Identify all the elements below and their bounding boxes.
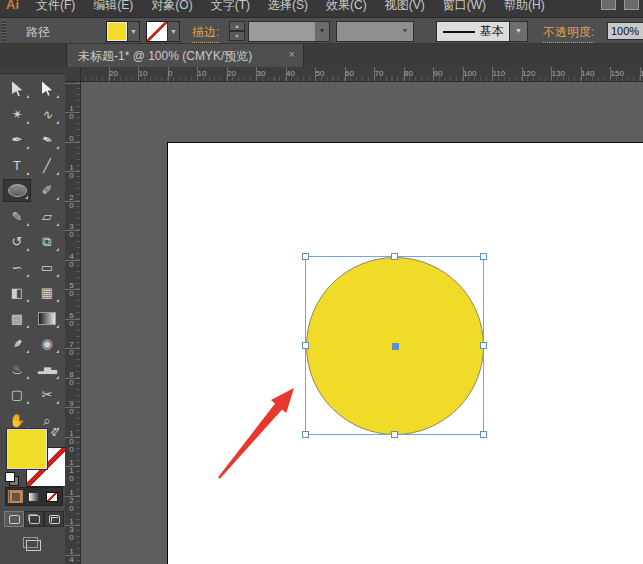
stroke-weight-dropdown-arrow-icon[interactable]: ▼ — [315, 22, 329, 41]
width-tool-icon: ∽ — [12, 261, 23, 274]
eyedropper-tool-button[interactable]: ✒ — [3, 332, 31, 355]
symbol-sprayer-tool-button[interactable]: ♨ — [3, 358, 31, 381]
width-tool-button[interactable]: ∽ — [3, 256, 31, 279]
rotate-tool-button[interactable]: ↺ — [3, 230, 31, 253]
selection-bounding-box — [305, 256, 484, 435]
selection-handle[interactable] — [391, 253, 398, 260]
shape-center-point[interactable] — [392, 343, 399, 350]
ruler-label: 140 — [581, 69, 594, 78]
stroke-weight-label[interactable]: 描边: — [192, 24, 219, 43]
tools-panel-header[interactable] — [0, 67, 65, 74]
opacity-label[interactable]: 不透明度: — [543, 24, 594, 43]
stroke-color-swatch[interactable] — [146, 21, 168, 42]
paintbrush-tool-icon: ✐ — [42, 184, 53, 197]
pencil-tool-button[interactable]: ✎ — [3, 205, 31, 228]
direct-selection-tool-button[interactable] — [33, 77, 61, 100]
artboard-tool-button[interactable]: ▢ — [3, 383, 31, 406]
panel-grip[interactable] — [1, 20, 6, 41]
brush-dropdown-arrow-icon[interactable]: ▼ — [399, 22, 411, 41]
ruler-label: 20 — [227, 69, 236, 78]
ruler-label: 90 — [434, 69, 443, 78]
paintbrush-tool-button[interactable]: ✐ — [33, 179, 61, 202]
shape-builder-tool-button[interactable]: ◧ — [3, 281, 31, 304]
magic-wand-tool-button[interactable]: ✶ — [3, 103, 31, 126]
line-segment-tool-button[interactable]: ╱ — [33, 154, 61, 177]
none-button[interactable] — [44, 490, 59, 503]
blend-tool-button[interactable]: ◉ — [33, 332, 61, 355]
lasso-tool-button[interactable]: ∿ — [33, 103, 61, 126]
draw-behind-button[interactable] — [24, 511, 44, 527]
stroke-weight-dropdown[interactable]: ▼ — [248, 21, 330, 42]
selection-handle[interactable] — [391, 431, 398, 438]
graphic-style-dropdown[interactable]: 基本 ▼ — [436, 21, 528, 42]
tab-close-icon[interactable]: × — [289, 48, 295, 60]
gradient-tool-button[interactable] — [33, 307, 61, 330]
free-transform-tool-button[interactable]: ▭ — [33, 256, 61, 279]
menu-item[interactable]: 帮助(H) — [495, 0, 554, 14]
fill-color-swatch[interactable] — [106, 21, 128, 42]
draw-normal-button[interactable] — [4, 511, 24, 527]
menu-item[interactable]: 选择(S) — [259, 0, 317, 14]
pen-tool-button[interactable]: ✒ — [3, 128, 31, 151]
menu-item[interactable]: 视图(V) — [376, 0, 434, 14]
ruler-label: 90 — [68, 400, 75, 416]
mesh-tool-button[interactable]: ▩ — [3, 307, 31, 330]
column-graph-tool-button[interactable]: ▂▅▃ — [33, 358, 61, 381]
stroke-weight-stepper[interactable]: ▲ ▼ — [229, 21, 245, 42]
color-button[interactable] — [8, 490, 23, 503]
selection-handle[interactable] — [302, 431, 309, 438]
selection-handle[interactable] — [480, 253, 487, 260]
selection-handle[interactable] — [480, 342, 487, 349]
ruler-label: 130 — [68, 518, 75, 542]
type-tool-button[interactable]: T — [3, 154, 31, 177]
opacity-input[interactable]: 100% — [607, 22, 643, 40]
stepper-down-icon[interactable]: ▼ — [229, 31, 245, 41]
hand-tool-icon: ✋ — [9, 414, 25, 427]
app-logo: Ai — [0, 0, 27, 12]
fill-dropdown-arrow-icon[interactable]: ▼ — [127, 21, 140, 42]
menu-item[interactable]: 文件(F) — [27, 0, 84, 14]
selection-tool-button[interactable] — [3, 77, 31, 100]
ruler-label: 10 — [139, 69, 148, 78]
ruler-label: 80 — [404, 69, 413, 78]
curvature-tool-icon: ✒ — [40, 131, 55, 147]
pencil-tool-icon: ✎ — [12, 210, 23, 223]
minimize-icon[interactable] — [601, 0, 616, 10]
curvature-tool-button[interactable]: ✒ — [33, 128, 61, 151]
ellipse-tool-button[interactable] — [3, 179, 31, 202]
type-tool-icon: T — [13, 159, 21, 172]
restore-icon[interactable] — [624, 0, 639, 10]
menu-item[interactable]: 窗口(W) — [434, 0, 495, 14]
canvas-area[interactable] — [81, 82, 643, 564]
draw-normal-icon — [9, 515, 20, 524]
menu-item[interactable]: 编辑(E) — [84, 0, 142, 14]
style-dropdown-arrow-icon[interactable]: ▼ — [509, 22, 527, 41]
selection-handle[interactable] — [302, 253, 309, 260]
fill-swatch[interactable] — [7, 429, 47, 469]
menu-item[interactable]: 效果(C) — [317, 0, 376, 14]
slice-tool-button[interactable]: ✂ — [33, 383, 61, 406]
screen-mode-button[interactable] — [19, 535, 47, 555]
gradient-button[interactable] — [26, 490, 41, 503]
selection-type-label: 路径 — [26, 24, 50, 41]
scale-tool-button[interactable]: ⧉ — [33, 230, 61, 253]
color-icon — [10, 491, 22, 503]
ruler-horizontal: 2010010203040506070809010011012013014015… — [65, 67, 643, 82]
scale-tool-icon: ⧉ — [42, 235, 51, 248]
selection-handle[interactable] — [480, 431, 487, 438]
mini-fill-swatch — [5, 472, 15, 482]
menu-item[interactable]: 对象(O) — [142, 0, 201, 14]
default-fill-stroke-icon[interactable] — [5, 472, 19, 486]
perspective-grid-tool-icon: ▦ — [41, 286, 53, 299]
eraser-tool-button[interactable]: ▱ — [33, 205, 61, 228]
document-tab[interactable]: 未标题-1* @ 100% (CMYK/预览) × — [66, 44, 304, 67]
brush-definition-dropdown[interactable]: ▼ — [336, 21, 414, 42]
stroke-dropdown-arrow-icon[interactable]: ▼ — [167, 21, 180, 42]
ruler-label: 100 — [68, 430, 75, 454]
draw-inside-button[interactable] — [44, 511, 64, 527]
perspective-grid-tool-button[interactable]: ▦ — [33, 281, 61, 304]
menu-item[interactable]: 文字(T) — [202, 0, 259, 14]
stepper-up-icon[interactable]: ▲ — [229, 21, 245, 31]
draw-inside-icon — [49, 515, 60, 524]
selection-handle[interactable] — [302, 342, 309, 349]
